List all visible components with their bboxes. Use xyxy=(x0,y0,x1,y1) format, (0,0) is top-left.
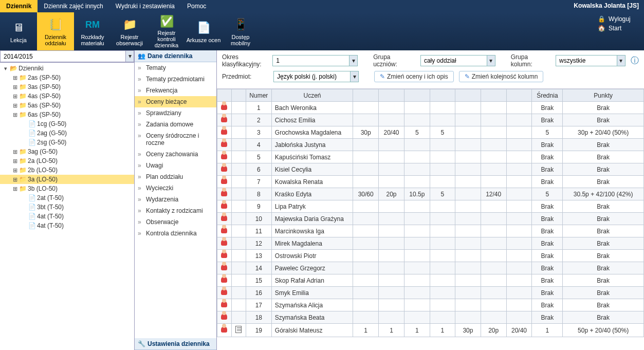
mid-item[interactable]: Uwagi xyxy=(135,160,216,171)
mid-item[interactable]: Wycieczki xyxy=(135,182,216,194)
tree-item-label: 1cg (G-50) xyxy=(37,120,66,127)
table-row[interactable]: 1Bach WeronikaBrakBrak xyxy=(217,102,644,114)
table-row[interactable]: 8Kraśko Edyta30/6020p10.5p512/40530.5p +… xyxy=(217,188,644,200)
tree-item[interactable]: ⊞📁5as (SP-50) xyxy=(0,101,134,110)
info-icon[interactable]: ⓘ xyxy=(631,56,639,66)
mid-item[interactable]: Plan oddziału xyxy=(135,171,216,182)
tool-rozklady-materialu[interactable]: RMRozkłady materiału xyxy=(74,12,111,50)
cell-grade-3: 5 xyxy=(430,188,455,200)
logout-link[interactable]: 🔒 Wyloguj xyxy=(598,15,639,23)
table-row[interactable]: 15Skop Rafał AdrianBrakBrak xyxy=(217,274,644,287)
expand-icon[interactable]: ⊞ xyxy=(11,167,19,174)
expand-icon[interactable]: ⊞ xyxy=(11,158,19,164)
tree-item[interactable]: 📄4at (T-50) xyxy=(0,212,134,221)
start-link[interactable]: 🏠 Start xyxy=(598,25,639,32)
expand-icon[interactable]: ⊞ xyxy=(11,112,19,118)
tree-root[interactable]: ▾📂Dzienniki xyxy=(0,64,134,73)
mid-item[interactable]: Sprawdziany xyxy=(135,107,216,119)
table-row[interactable]: 4Jabłońska JustynaBrakBrak xyxy=(217,139,644,151)
tree-item[interactable]: 📄2at (T-50) xyxy=(0,193,134,202)
przedmiot-input[interactable] xyxy=(273,71,351,82)
table-row[interactable]: 2Cichosz EmiliaBrakBrak xyxy=(217,114,644,126)
expand-icon[interactable]: ⊞ xyxy=(11,75,19,81)
grupa-kolumn-select[interactable]: ▾ xyxy=(556,55,625,66)
table-row[interactable]: 17Szymańska AlicjaBrakBrak xyxy=(217,299,644,311)
mid-item[interactable]: Tematy przedmiotami xyxy=(135,73,216,85)
person-icon xyxy=(221,289,227,295)
table-row[interactable]: 19Góralski Mateusz111130p20p20/40150p + … xyxy=(217,324,644,337)
chevron-down-icon[interactable]: ▾ xyxy=(351,71,359,82)
tree-item[interactable]: 📄2ag (G-50) xyxy=(0,128,134,138)
chevron-down-icon[interactable]: ▾ xyxy=(126,50,134,62)
table-row[interactable]: 6Kisiel CecyliaBrakBrak xyxy=(217,163,644,176)
mid-item[interactable]: Oceny bieżące xyxy=(135,96,216,107)
tool-dostep-mobilny[interactable]: 📱Dostęp mobilny xyxy=(222,12,259,50)
chevron-down-icon[interactable]: ▾ xyxy=(487,55,495,66)
przedmiot-select[interactable]: ▾ xyxy=(273,71,359,82)
tree-item[interactable]: 📄4at (T-50) xyxy=(0,221,134,230)
tool-arkusze-ocen[interactable]: 📄Arkusze ocen xyxy=(185,12,222,50)
tree-item[interactable]: 📄1cg (G-50) xyxy=(0,119,134,128)
chevron-down-icon[interactable]: ▾ xyxy=(617,55,625,66)
expand-icon[interactable]: ⊞ xyxy=(11,186,19,192)
school-year-select[interactable]: ▾ xyxy=(0,50,134,63)
mid-item[interactable]: Oceny śródroczne i roczne xyxy=(135,130,216,149)
tree-item[interactable]: ⊞📁2b (LO-50) xyxy=(0,165,134,175)
zmien-oceny-button[interactable]: ✎ Zmień oceny i ich opis xyxy=(374,71,454,82)
table-row[interactable]: 10Majewska Daria GrażynaBrakBrak xyxy=(217,213,644,225)
grupa-uczniow-input[interactable] xyxy=(420,55,487,66)
mid-item[interactable]: Kontrola dziennika xyxy=(135,228,216,239)
tool-rejestr-kontroli[interactable]: ✅Rejestr kontroli dziennika xyxy=(148,12,185,50)
tab-wydruki-i-zestawienia[interactable]: Wydruki i zestawienia xyxy=(109,0,181,12)
table-row[interactable]: 3Grochowska Magdalena30p20/4055530p + 20… xyxy=(217,126,644,139)
tree-item[interactable]: ⊞📁6as (SP-50) xyxy=(0,110,134,119)
mid-item[interactable]: Oceny zachowania xyxy=(135,149,216,160)
mid-item[interactable]: Kontakty z rodzicami xyxy=(135,205,216,216)
start-label: Start xyxy=(609,25,621,32)
table-row[interactable]: 13Ostrowski PiotrBrakBrak xyxy=(217,250,644,262)
expand-icon[interactable]: ⊞ xyxy=(11,176,19,183)
table-row[interactable]: 11Marcinkowska IgaBrakBrak xyxy=(217,225,644,237)
zmien-kolumn-button[interactable]: ✎ Zmień kolejność kolumn xyxy=(459,71,544,82)
tree-item[interactable]: ⊞📁2a (LO-50) xyxy=(0,156,134,165)
tool-rejestr-obserwacji[interactable]: 📁Rejestr obserwacji xyxy=(111,12,148,50)
tree-item[interactable]: ⊞📁3as (SP-50) xyxy=(0,82,134,91)
table-row[interactable]: 14Pawelec GrzegorzBrakBrak xyxy=(217,262,644,274)
mid-item[interactable]: Frekwencja xyxy=(135,85,216,96)
okres-input[interactable] xyxy=(272,55,349,66)
table-row[interactable]: 12Mirek MagdalenaBrakBrak xyxy=(217,237,644,250)
mid-panel-footer[interactable]: 🔧 Ustawienia dziennika xyxy=(135,338,216,350)
school-year-input[interactable] xyxy=(0,50,126,62)
table-row[interactable]: 7Kowalska RenataBrakBrak xyxy=(217,176,644,188)
tree-item[interactable]: ⊞📁2as (SP-50) xyxy=(0,73,134,82)
tab-pomoc[interactable]: Pomoc xyxy=(181,0,212,12)
grupa-kolumn-input[interactable] xyxy=(556,55,617,66)
table-row[interactable]: 16Smyk EmiliaBrakBrak xyxy=(217,287,644,299)
tree-item[interactable]: ⊞📁3ag (G-50) xyxy=(0,147,134,156)
tool-dziennik-oddzialu[interactable]: 📒Dziennik oddziału xyxy=(37,12,74,50)
expand-icon[interactable]: ⊞ xyxy=(11,84,19,90)
tab-dziennik-zajęć-innych[interactable]: Dziennik zajęć innych xyxy=(38,0,109,12)
expand-icon[interactable]: ⊞ xyxy=(11,149,19,155)
tab-dziennik[interactable]: Dziennik xyxy=(0,0,38,12)
okres-select[interactable]: ▾ xyxy=(272,55,358,66)
grid-wrap[interactable]: NumerUczeńŚredniaPunkty1Bach WeronikaBra… xyxy=(217,89,644,350)
mid-item[interactable]: Zadania domowe xyxy=(135,119,216,130)
cell-numer: 3 xyxy=(246,126,271,139)
table-row[interactable]: 9Lipa PatrykBrakBrak xyxy=(217,200,644,213)
tree-item[interactable]: ⊞📁3a (LO-50) xyxy=(0,175,134,184)
tree-item[interactable]: 📄3bt (T-50) xyxy=(0,202,134,212)
mid-item[interactable]: Wydarzenia xyxy=(135,194,216,205)
tree-item[interactable]: ⊞📁3b (LO-50) xyxy=(0,184,134,193)
tool-lekcja[interactable]: 🖥Lekcja xyxy=(0,12,37,50)
tree-item[interactable]: ⊞📁4as (SP-50) xyxy=(0,91,134,101)
mid-item[interactable]: Tematy xyxy=(135,62,216,73)
expand-icon[interactable]: ⊞ xyxy=(11,93,19,100)
expand-icon[interactable]: ⊞ xyxy=(11,102,19,109)
table-row[interactable]: 5Kapuściński TomaszBrakBrak xyxy=(217,151,644,163)
mid-item[interactable]: Obserwacje xyxy=(135,216,216,228)
grupa-uczniow-select[interactable]: ▾ xyxy=(420,55,495,66)
tree-item[interactable]: 📄2sg (G-50) xyxy=(0,138,134,147)
chevron-down-icon[interactable]: ▾ xyxy=(349,55,358,66)
table-row[interactable]: 18Szymańska BeataBrakBrak xyxy=(217,311,644,324)
